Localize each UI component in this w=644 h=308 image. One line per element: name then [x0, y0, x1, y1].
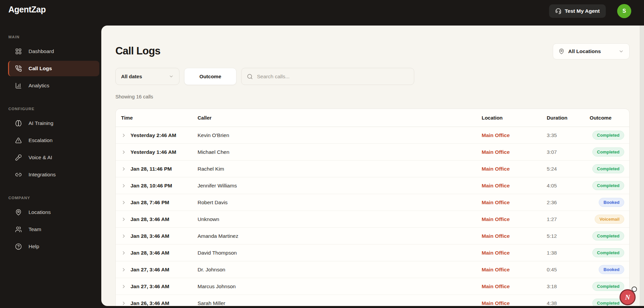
- outcome-filter-button[interactable]: Outcome: [184, 68, 236, 85]
- call-time: Jan 28, 11:46 PM: [130, 166, 198, 172]
- floating-widget-dot: [632, 287, 637, 292]
- call-time: Yesterday 1:46 AM: [130, 149, 198, 155]
- bar-chart-icon: [15, 82, 22, 89]
- call-location-link[interactable]: Main Office: [482, 216, 547, 222]
- call-location-link[interactable]: Main Office: [482, 267, 547, 273]
- search-icon: [247, 74, 253, 80]
- chevron-right-icon[interactable]: [121, 200, 130, 205]
- sidebar-item-label: Analytics: [29, 83, 49, 89]
- filter-bar: All dates Outcome: [115, 68, 414, 85]
- call-caller: Unknown: [198, 216, 482, 222]
- sidebar-item-voice-ai[interactable]: Voice & AI: [8, 150, 99, 165]
- call-duration: 0:45: [547, 267, 590, 273]
- table-row[interactable]: Jan 28, 7:46 PM Robert Davis Main Office…: [116, 194, 629, 211]
- sidebar-item-label: Team: [29, 226, 41, 232]
- sidebar-item-integrations[interactable]: Integrations: [8, 167, 99, 182]
- chevron-right-icon[interactable]: [121, 301, 130, 306]
- map-pin-icon: [558, 48, 565, 54]
- call-time: Jan 28, 3:46 AM: [130, 216, 198, 222]
- sidebar-item-label: Call Logs: [29, 65, 52, 72]
- outcome-badge: Booked: [599, 198, 624, 207]
- table-row[interactable]: Jan 28, 3:46 AM Unknown Main Office 1:27…: [116, 211, 629, 228]
- call-time: Jan 28, 10:46 PM: [130, 183, 198, 189]
- chevron-right-icon[interactable]: [121, 233, 130, 239]
- sidebar-section-configure: CONFIGURE: [8, 107, 101, 111]
- table-row[interactable]: Jan 28, 11:46 PM Rachel Kim Main Office …: [116, 161, 629, 177]
- call-location-link[interactable]: Main Office: [482, 149, 547, 155]
- call-caller: Marcus Johnson: [198, 283, 482, 290]
- table-row[interactable]: Jan 26, 3:46 AM Sarah Miller Main Office…: [116, 295, 629, 306]
- sidebar-item-ai-training[interactable]: AI Training: [8, 116, 99, 131]
- outcome-badge: Completed: [592, 164, 624, 173]
- sidebar: MAIN Dashboard Call Logs Analytics CONFI…: [0, 26, 101, 308]
- chevron-right-icon[interactable]: [121, 183, 130, 188]
- table-header-row: Time Caller Location Duration Outcome: [116, 109, 629, 127]
- table-row[interactable]: Jan 27, 3:46 AM Dr. Johnson Main Office …: [116, 261, 629, 278]
- call-location-link[interactable]: Main Office: [482, 132, 547, 138]
- sidebar-item-escalation[interactable]: Escalation: [8, 133, 99, 148]
- sidebar-item-call-logs[interactable]: Call Logs: [8, 61, 99, 76]
- call-time: Yesterday 2:46 AM: [130, 132, 198, 138]
- sidebar-item-label: Locations: [29, 209, 51, 215]
- user-avatar[interactable]: S: [617, 4, 631, 18]
- sidebar-item-label: Help: [29, 244, 39, 250]
- chevron-right-icon[interactable]: [121, 217, 130, 222]
- chevron-down-icon: [169, 74, 174, 79]
- call-duration: 3:07: [547, 149, 590, 155]
- search-input[interactable]: [257, 74, 409, 80]
- call-location-link[interactable]: Main Office: [482, 233, 547, 239]
- call-duration: 1:38: [547, 250, 590, 256]
- call-location-link[interactable]: Main Office: [482, 300, 547, 306]
- sidebar-item-label: Integrations: [29, 172, 56, 178]
- column-header-duration: Duration: [547, 115, 590, 121]
- call-caller: Rachel Kim: [198, 166, 482, 172]
- chevron-right-icon[interactable]: [121, 133, 130, 138]
- test-my-agent-button[interactable]: Test My Agent: [549, 4, 606, 18]
- app-logo: AgentZap: [8, 5, 46, 14]
- call-location-link[interactable]: Main Office: [482, 183, 547, 189]
- chevron-right-icon[interactable]: [121, 149, 130, 155]
- date-filter-dropdown[interactable]: All dates: [115, 68, 179, 85]
- call-duration: 4:05: [547, 183, 590, 189]
- call-location-link[interactable]: Main Office: [482, 200, 547, 206]
- sidebar-item-help[interactable]: Help: [8, 239, 99, 254]
- table-row[interactable]: Jan 27, 3:46 AM Marcus Johnson Main Offi…: [116, 278, 629, 295]
- outcome-badge: Voicemail: [595, 215, 624, 224]
- outcome-badge: Completed: [592, 248, 624, 257]
- headset-icon: [555, 8, 561, 14]
- outcome-badge: Booked: [599, 265, 624, 274]
- table-row[interactable]: Yesterday 2:46 AM Kevin O'Brien Main Off…: [116, 127, 629, 144]
- chevron-down-icon: [619, 49, 624, 54]
- map-pin-icon: [15, 209, 22, 216]
- location-selector[interactable]: All Locations: [553, 43, 630, 59]
- chevron-right-icon[interactable]: [121, 166, 130, 172]
- table-row[interactable]: Yesterday 1:46 AM Michael Chen Main Offi…: [116, 144, 629, 161]
- results-summary: Showing 16 calls: [115, 94, 153, 99]
- call-time: Jan 28, 3:46 AM: [130, 250, 198, 256]
- search-box: [241, 68, 414, 85]
- call-caller: Sarah Miller: [198, 300, 482, 306]
- sidebar-item-dashboard[interactable]: Dashboard: [8, 44, 99, 59]
- table-row[interactable]: Jan 28, 10:46 PM Jennifer Williams Main …: [116, 177, 629, 194]
- column-header-time: Time: [121, 115, 198, 121]
- scrollbar[interactable]: [640, 26, 644, 306]
- chevron-right-icon[interactable]: [121, 267, 130, 272]
- chevron-right-icon[interactable]: [121, 284, 130, 289]
- call-time: Jan 28, 7:46 PM: [130, 200, 198, 206]
- sidebar-item-locations[interactable]: Locations: [8, 205, 99, 220]
- call-location-link[interactable]: Main Office: [482, 250, 547, 256]
- sidebar-item-team[interactable]: Team: [8, 222, 99, 237]
- floating-widget-initial: N: [625, 293, 630, 302]
- table-row[interactable]: Jan 28, 3:46 AM Amanda Martinez Main Off…: [116, 228, 629, 245]
- call-duration: 2:36: [547, 200, 590, 206]
- call-time: Jan 27, 3:46 AM: [130, 283, 198, 290]
- call-location-link[interactable]: Main Office: [482, 166, 547, 172]
- outcome-badge: Completed: [592, 147, 624, 157]
- date-filter-value: All dates: [121, 74, 169, 79]
- table-row[interactable]: Jan 28, 3:46 AM David Thompson Main Offi…: [116, 245, 629, 261]
- call-caller: David Thompson: [198, 250, 482, 256]
- column-header-location: Location: [482, 115, 547, 121]
- sidebar-item-analytics[interactable]: Analytics: [8, 78, 99, 93]
- chevron-right-icon[interactable]: [121, 250, 130, 256]
- call-location-link[interactable]: Main Office: [482, 283, 547, 290]
